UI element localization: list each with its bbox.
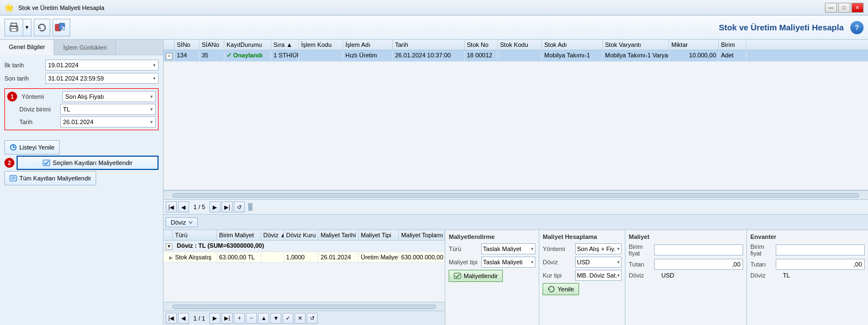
maximize-button[interactable]: □: [838, 3, 850, 13]
bottom-detail-row[interactable]: ▶ Stok Alışsatış 63.000,00 TL 1,0000 26.…: [164, 252, 445, 263]
bottom-section: Döviz Türü Birim Maliyet Dö: [164, 215, 868, 325]
yontemi-dropdown[interactable]: Son Alış Fiyatı ▾: [62, 91, 156, 102]
secilen-row: 2 Seçilen Kayıtları Maliyetlendir: [4, 156, 159, 170]
bmove-down-button[interactable]: ▼: [270, 313, 281, 324]
expand-button[interactable]: +: [166, 53, 172, 60]
maliyetlendirme-panel: Maliyetlendirme Türü Taslak Maliyet ▾ Ma…: [445, 230, 539, 325]
m-birim-fiyat-input[interactable]: [654, 244, 743, 255]
ilk-tarih-input[interactable]: 19.01.2024 ▾: [45, 60, 159, 71]
col-birim[interactable]: Birim: [719, 40, 746, 50]
col-stok-adi[interactable]: Stok Adı: [542, 40, 603, 50]
left-panel: Genel Bilgiler İşlem Günlükleri İlk tari…: [0, 40, 164, 325]
minimize-button[interactable]: —: [825, 3, 837, 13]
e-tutar-input[interactable]: [776, 259, 865, 270]
bcancel-button[interactable]: ✕: [294, 313, 306, 324]
prev-page-button[interactable]: ◀: [178, 201, 189, 212]
bdetail-doviz: [261, 252, 284, 262]
tarih-row: Tarih 26.01.2024 ▾: [7, 116, 156, 127]
doviz-button[interactable]: Döviz: [166, 217, 198, 227]
bcol-mal-tipi[interactable]: Maliyet Tipi: [359, 230, 399, 240]
blast-page-button[interactable]: ▶|: [222, 313, 233, 324]
bcol-mal-toplami[interactable]: Maliyet Toplamı: [399, 230, 445, 240]
refresh-page-button[interactable]: ↺: [234, 201, 245, 212]
hscroll-track[interactable]: [172, 193, 859, 198]
doviz-birimi-dropdown[interactable]: TL ▾: [60, 104, 156, 115]
yontemi-row: 1 Yöntemi Son Alış Fiyatı ▾: [7, 91, 156, 102]
bconfirm-button[interactable]: ✓: [282, 313, 293, 324]
col-stok-no[interactable]: Stok No: [465, 40, 498, 50]
ilk-tarih-arrow: ▾: [153, 62, 156, 68]
brefresh-button[interactable]: ↺: [307, 313, 318, 324]
listeyi-yenile-button[interactable]: Listeyi Yenile: [4, 140, 60, 154]
top-grid-hscroll[interactable]: [164, 190, 868, 199]
print-icon[interactable]: [5, 19, 23, 36]
tum-kayitlari-button[interactable]: Tüm Kayıtları Maliyetlendir: [4, 171, 96, 185]
m-tutar-label: Tutarı: [629, 261, 652, 268]
help-button[interactable]: ?: [850, 21, 864, 34]
svg-rect-7: [43, 160, 50, 166]
mh-yontemi-dropdown[interactable]: Son Alış + Fiy. ▾: [575, 243, 622, 254]
bcol-doviz-kuru[interactable]: Döviz Kuru: [284, 230, 318, 240]
yenile-button[interactable]: Yenile: [543, 283, 579, 295]
bgcell-expand[interactable]: ▼: [164, 241, 175, 252]
col-miktar[interactable]: Miktar: [669, 40, 719, 50]
close-button[interactable]: ✕: [851, 3, 864, 13]
bcol-doviz[interactable]: Döviz ▲: [261, 230, 284, 240]
bcol-birim-mal[interactable]: Birim Maliyet: [217, 230, 261, 240]
next-page-button[interactable]: ▶: [209, 201, 220, 212]
bmove-up-button[interactable]: ▲: [258, 313, 269, 324]
bpage-info: 1 / 1: [190, 315, 208, 322]
son-tarih-input[interactable]: 31.01.2024 23:59:59 ▾: [45, 73, 159, 84]
tarih-label: Tarih: [19, 119, 58, 125]
bottom-group-row[interactable]: ▼ Döviz : TL (SUM=63000000,00): [164, 241, 445, 252]
m-tutar-input[interactable]: [654, 259, 743, 270]
col-islem-kodu[interactable]: İşlem Kodu: [299, 40, 343, 50]
doviz-birimi-row: Döviz birimi TL ▾: [7, 104, 156, 115]
maliyet-tipi-label: Maliyet tipi: [449, 259, 479, 265]
col-stok-varianti[interactable]: Stok Varyantı: [603, 40, 669, 50]
col-kayit[interactable]: KayıtDurumu: [224, 40, 271, 50]
form-area: İlk tarih 19.01.2024 ▾ Son tarih 31.01.2…: [0, 55, 163, 137]
bdelete-button[interactable]: −: [246, 313, 257, 324]
bottom-grid: Türü Birim Maliyet Döviz ▲ Döviz Kuru Ma…: [164, 230, 445, 302]
bcol-turu[interactable]: Türü: [173, 230, 217, 240]
cell-stok-adi: Mobilya Takımı-1: [542, 50, 603, 61]
turu-dropdown[interactable]: Taslak Maliyet ▾: [481, 243, 535, 254]
last-page-button[interactable]: ▶|: [222, 201, 233, 212]
first-page-button[interactable]: |◀: [166, 201, 177, 212]
e-birim-fiyat-input[interactable]: [776, 244, 865, 255]
print-button-group[interactable]: ▾: [4, 19, 31, 36]
top-grid-row[interactable]: + ▶ 134 35 ✓ Onaylandı 1 STHIÜR Hızlı Ür…: [164, 50, 868, 62]
badge-2: 2: [4, 158, 14, 168]
col-islem-adi[interactable]: İşlem Adı: [343, 40, 393, 50]
refresh-button[interactable]: [34, 19, 50, 36]
col-tarih[interactable]: Tarih: [393, 40, 465, 50]
maliyetlendir-button[interactable]: Maliyetlendir: [449, 270, 503, 282]
maliyet-tipi-dropdown[interactable]: Taslak Maliyeti ▾: [481, 257, 535, 268]
bfirst-page-button[interactable]: |◀: [166, 313, 177, 324]
badd-button[interactable]: +: [234, 313, 245, 324]
bprev-page-button[interactable]: ◀: [178, 313, 189, 324]
bottom-grid-hscroll[interactable]: [164, 302, 445, 311]
tab-genel-bilgiler[interactable]: Genel Bilgiler: [0, 40, 54, 55]
bottom-toolbar: Döviz: [164, 215, 868, 230]
bottom-hscroll-track[interactable]: [172, 305, 436, 309]
tarih-input[interactable]: 26.01.2024 ▾: [60, 116, 156, 127]
mh-kur-tipi-dropdown[interactable]: MB. Döviz Sat. ▾: [575, 270, 622, 281]
splitter[interactable]: [248, 203, 252, 211]
navigate-button[interactable]: [52, 19, 70, 36]
col-stok-kodu[interactable]: Stok Kodu: [498, 40, 542, 50]
col-sira[interactable]: Sıra ▲: [271, 40, 299, 50]
window-controls: — □ ✕: [825, 3, 864, 13]
tab-islem-gunlukleri[interactable]: İşlem Günlükleri: [54, 40, 116, 55]
bnext-page-button[interactable]: ▶: [209, 313, 220, 324]
yontemi-label: Yöntemi: [22, 93, 60, 100]
col-sino[interactable]: SİNo: [175, 40, 199, 50]
secilen-kayitlari-button[interactable]: Seçilen Kayıtları Maliyetlendir: [17, 156, 159, 170]
print-dropdown-arrow[interactable]: ▾: [23, 19, 31, 36]
col-siano[interactable]: SİANo: [199, 40, 224, 50]
bcol-mal-tarihi[interactable]: Maliyet Tarihi: [318, 230, 359, 240]
cell-expand[interactable]: + ▶: [164, 50, 175, 61]
mh-doviz-dropdown[interactable]: USD ▾: [575, 257, 622, 268]
group-expand-button[interactable]: ▼: [166, 243, 172, 250]
